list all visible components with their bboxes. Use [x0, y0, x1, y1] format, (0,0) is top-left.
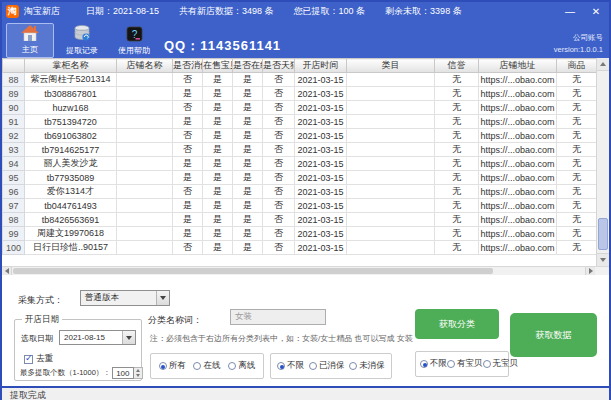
cell-online: 是 — [233, 213, 263, 227]
cell-reputation: 无 — [435, 73, 479, 87]
table-row[interactable]: 94丽人美发沙龙是是是否2021-03-15无https://...obao.c… — [3, 157, 597, 171]
radio-icon — [483, 360, 491, 368]
statusbar: 提取完成 — [2, 386, 609, 400]
date-dropdown[interactable]: 2021-08-15 — [59, 330, 136, 345]
online-filter-option[interactable]: 所有 — [159, 360, 186, 372]
column-header[interactable]: 信誉 — [435, 59, 479, 73]
cell-goods: 无 — [557, 73, 597, 87]
table-row[interactable]: 93tb7914625177否是是否2021-03-15无https://...… — [3, 143, 597, 157]
table-row[interactable]: 98tb8426563691是是是否2021-03-15无https://...… — [3, 213, 597, 227]
cell-open-date: 2021-03-15 — [295, 87, 347, 101]
row-number: 96 — [3, 185, 25, 199]
table-row[interactable]: 89tb308867801是是是否2021-03-15无https://...o… — [3, 87, 597, 101]
protection-filter-option[interactable]: 已消保 — [309, 360, 345, 372]
close-button[interactable]: ✕ — [583, 6, 609, 17]
cell-items-on-sale: 是 — [203, 199, 233, 213]
column-header[interactable]: 开店时间 — [295, 59, 347, 73]
table-row[interactable]: 88紫云阁柱子5201314否是是否2021-03-15无https://...… — [3, 73, 597, 87]
radio-icon — [228, 362, 236, 370]
cell-tmall: 否 — [263, 185, 295, 199]
cell-shop-name — [117, 171, 173, 185]
minimize-button[interactable]: — — [557, 6, 583, 17]
max-count-input[interactable]: 100 — [112, 367, 134, 379]
table-row[interactable]: 91tb751394720是是是否2021-03-15无https://...o… — [3, 115, 597, 129]
cell-tmall: 否 — [263, 129, 295, 143]
help-button[interactable]: ? 使用帮助 — [110, 23, 158, 58]
vertical-scrollbar[interactable] — [596, 58, 609, 266]
titlebar-stat: 日期：2021-08-15 — [86, 5, 159, 18]
max-count-stepper[interactable] — [134, 367, 143, 379]
column-header-rownum[interactable] — [3, 59, 25, 73]
cell-open-date: 2021-03-15 — [295, 171, 347, 185]
column-header[interactable]: 掌柜名称 — [25, 59, 117, 73]
stepper-down-icon[interactable] — [134, 373, 142, 378]
titlebar-stat: 您已提取：100 条 — [294, 5, 366, 18]
cell-items-on-sale: 是 — [203, 143, 233, 157]
column-header[interactable]: 店铺名称 — [117, 59, 173, 73]
fetch-category-button[interactable]: 获取分类 — [415, 309, 499, 339]
scroll-down-arrow[interactable] — [597, 253, 609, 266]
row-number: 89 — [3, 87, 25, 101]
cell-shop-name — [117, 101, 173, 115]
cell-goods: 无 — [557, 213, 597, 227]
scroll-up-arrow[interactable] — [597, 58, 609, 71]
cell-reputation: 无 — [435, 227, 479, 241]
protection-filter-option[interactable]: 不限 — [277, 360, 304, 372]
table-row[interactable]: 99周建文19970618是是是否2021-03-15无https://...o… — [3, 227, 597, 241]
table-row[interactable]: 100日行日珍惜..90157否是是否2021-03-15无https://..… — [3, 241, 597, 255]
cell-owner-name: 周建文19970618 — [25, 227, 117, 241]
scroll-left-arrow[interactable] — [2, 267, 12, 275]
cell-shop-url: https://...obao.com — [479, 143, 557, 157]
table-row[interactable]: 96爱你1314才否是是否2021-03-15无https://...obao.… — [3, 185, 597, 199]
dedup-checkbox[interactable] — [24, 355, 33, 364]
goods-filter-option[interactable]: 无宝贝 — [483, 358, 519, 370]
home-button[interactable]: 主页 — [6, 23, 54, 58]
cell-shop-url: https://...obao.com — [479, 157, 557, 171]
app-title: 淘宝新店 — [24, 5, 60, 18]
records-button[interactable]: 提取记录 — [58, 23, 106, 58]
cell-goods: 无 — [557, 143, 597, 157]
cell-open-date: 2021-03-15 — [295, 157, 347, 171]
cell-shop-url: https://...obao.com — [479, 213, 557, 227]
column-header[interactable]: 商品 — [557, 59, 597, 73]
table-row[interactable]: 90huzw168否是是否2021-03-15无https://...obao.… — [3, 101, 597, 115]
cell-tmall: 否 — [263, 73, 295, 87]
cell-open-date: 2021-03-15 — [295, 115, 347, 129]
scroll-right-arrow[interactable] — [585, 267, 595, 275]
cell-category — [347, 227, 435, 241]
cell-goods: 无 — [557, 87, 597, 101]
radio-label: 有宝贝 — [457, 358, 483, 370]
column-header[interactable]: 是否天猫 — [263, 59, 295, 73]
column-header[interactable]: 店铺地址 — [479, 59, 557, 73]
table-row[interactable]: 95tb77935089是是是否2021-03-15无https://...ob… — [3, 171, 597, 185]
radio-label: 不限 — [287, 360, 304, 372]
cell-owner-name: 日行日珍惜..90157 — [25, 241, 117, 255]
table-row[interactable]: 97tb044761493是是是否2021-03-15无https://...o… — [3, 199, 597, 213]
cell-tmall: 否 — [263, 241, 295, 255]
version-area: 公司账号 version:1.0.0.1 — [554, 32, 609, 58]
fetch-data-button[interactable]: 获取数据 — [510, 313, 597, 357]
online-filter-option[interactable]: 在线 — [193, 360, 220, 372]
cell-shop-name — [117, 87, 173, 101]
cell-protected: 是 — [173, 199, 203, 213]
cell-reputation: 无 — [435, 213, 479, 227]
cell-owner-name: 丽人美发沙龙 — [25, 157, 117, 171]
account-label: 公司账号 — [554, 32, 603, 44]
goods-filter-option[interactable]: 不限 — [420, 358, 447, 370]
column-header[interactable]: 是否在线 — [233, 59, 263, 73]
cell-reputation: 无 — [435, 157, 479, 171]
titlebar-stat: 剩余未取：3398 条 — [385, 5, 462, 18]
cell-protected: 是 — [173, 115, 203, 129]
column-header[interactable]: 是否消保 — [173, 59, 203, 73]
table-row[interactable]: 92tb691063802否是是否2021-03-15无https://...o… — [3, 129, 597, 143]
goods-filter-option[interactable]: 有宝贝 — [447, 358, 483, 370]
cell-tmall: 否 — [263, 199, 295, 213]
horizontal-scrollbar[interactable] — [2, 266, 609, 275]
method-dropdown[interactable]: 普通版本 — [80, 290, 170, 306]
column-header[interactable]: 在售宝贝 — [203, 59, 233, 73]
vertical-scroll-thumb[interactable] — [598, 218, 608, 250]
protection-filter-option[interactable]: 未消保 — [349, 360, 385, 372]
horizontal-scroll-thumb[interactable] — [13, 268, 493, 274]
column-header[interactable]: 类目 — [347, 59, 435, 73]
online-filter-option[interactable]: 离线 — [228, 360, 255, 372]
